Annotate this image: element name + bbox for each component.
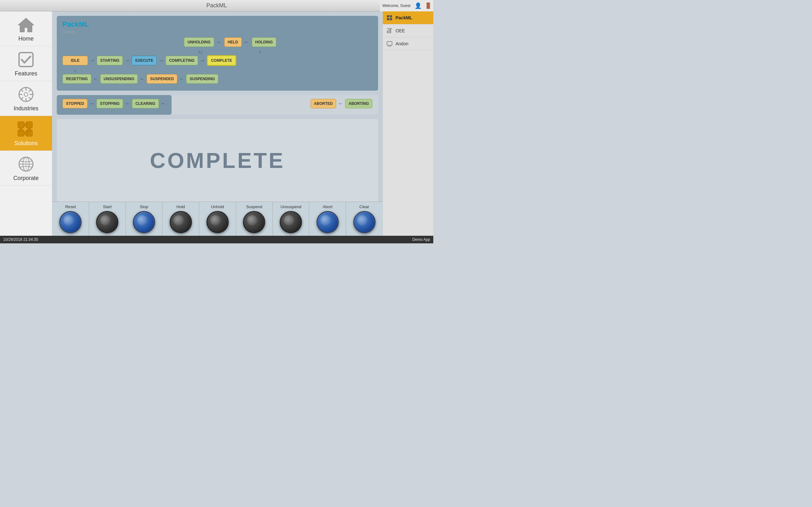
- lower-right-bg: ABORTED ← ABORTING: [171, 95, 378, 115]
- state-idle[interactable]: IDLE: [62, 56, 88, 65]
- v-arrows-2: ↑: [62, 68, 372, 73]
- state-unsuspending[interactable]: UNSUSPENDING: [100, 74, 138, 83]
- body-area: Home Features: [0, 11, 433, 236]
- svg-line-8: [21, 89, 23, 92]
- btn-label-unhold: Unhold: [211, 205, 224, 209]
- status-bar: 10/29/2018 21:34:35 Demo App: [0, 236, 433, 243]
- arrow-r-2: →: [125, 58, 130, 63]
- arrow-l-4-3: ←: [161, 101, 166, 106]
- buttons-row: Reset Start Stop Hold: [52, 202, 383, 236]
- unhold-button[interactable]: [206, 211, 229, 233]
- center-panel: PackML by OMAC UNHOLDING ← HELD ← HOLDIN…: [52, 11, 383, 236]
- industries-icon: [16, 85, 36, 104]
- complete-status-text: COMPLETE: [150, 148, 285, 173]
- sidebar-label-features: Features: [14, 70, 37, 77]
- v-arrows-1: ↑↓ ↑: [88, 49, 372, 55]
- stop-button[interactable]: [133, 211, 155, 233]
- corporate-icon: [16, 155, 36, 174]
- suspend-button[interactable]: [243, 211, 265, 233]
- state-stopping[interactable]: STOPPING: [96, 99, 123, 108]
- btn-label-start: Start: [103, 205, 111, 209]
- right-nav: PackML OEE: [383, 11, 433, 236]
- sidebar-label-industries: Industries: [14, 105, 38, 112]
- btn-label-clear: Clear: [359, 205, 369, 209]
- status-app: Demo App: [412, 237, 430, 242]
- sidebar-label-home: Home: [18, 36, 34, 42]
- state-suspending[interactable]: SUSPENDING: [186, 74, 218, 83]
- logout-icon[interactable]: 🚪: [424, 1, 433, 10]
- btn-label-stop: Stop: [140, 205, 148, 209]
- sidebar-item-solutions[interactable]: Solutions: [0, 116, 52, 151]
- svg-rect-25: [390, 15, 392, 17]
- rnav-item-andon[interactable]: Andon: [383, 38, 433, 50]
- state-aborted[interactable]: ABORTED: [310, 99, 336, 108]
- unsuspend-button[interactable]: [280, 211, 302, 233]
- abort-button[interactable]: [316, 211, 339, 233]
- state-resetting[interactable]: RESETTING: [62, 74, 91, 83]
- sidebar-label-corporate: Corporate: [13, 175, 39, 181]
- btn-group-clear: Clear: [346, 202, 383, 236]
- state-complete[interactable]: COMPLETE: [207, 55, 236, 66]
- rnav-item-packml[interactable]: PackML: [383, 11, 433, 24]
- solutions-icon: [16, 120, 36, 139]
- svg-line-10: [29, 89, 31, 92]
- rnav-label-oee: OEE: [396, 28, 405, 33]
- arrow-r-1: →: [90, 58, 95, 63]
- svg-point-17: [19, 128, 22, 131]
- arrow-left-1: ←: [217, 40, 222, 45]
- user-icon[interactable]: 👤: [414, 1, 422, 10]
- btn-group-hold: Hold: [162, 202, 199, 236]
- btn-label-abort: Abort: [322, 205, 333, 209]
- svg-rect-24: [387, 15, 389, 17]
- sidebar-item-home[interactable]: Home: [0, 11, 52, 46]
- btn-label-reset: Reset: [65, 205, 76, 209]
- rnav-item-oee[interactable]: OEE: [383, 24, 433, 38]
- svg-rect-31: [387, 28, 392, 29]
- btn-group-start: Start: [89, 202, 126, 236]
- sidebar-item-industries[interactable]: Industries: [0, 81, 52, 116]
- state-unholding[interactable]: UNHOLDING: [184, 38, 214, 47]
- state-completing[interactable]: COMPLETING: [165, 56, 198, 65]
- hold-button[interactable]: [170, 211, 192, 233]
- diagram-row-4: STOPPED ← STOPPING ← CLEARING ←: [62, 99, 166, 108]
- top-right-user: Welcome, Guest 👤 🚪: [380, 0, 433, 11]
- arrow-r-4: →: [200, 58, 205, 63]
- start-button[interactable]: [96, 211, 118, 233]
- logo-sub: by OMAC: [62, 31, 75, 34]
- btn-group-unsuspend: Unsuspend: [273, 202, 310, 236]
- sidebar-item-corporate[interactable]: Corporate: [0, 151, 52, 186]
- btn-group-stop: Stop: [126, 202, 163, 236]
- svg-point-16: [24, 123, 28, 126]
- svg-rect-29: [389, 29, 390, 33]
- state-starting[interactable]: STARTING: [97, 56, 123, 65]
- clear-button[interactable]: [353, 211, 375, 233]
- svg-point-19: [24, 131, 28, 135]
- btn-label-suspend: Suspend: [246, 205, 262, 209]
- sidebar-label-solutions: Solutions: [14, 140, 38, 147]
- top-bar: PackML Welcome, Guest 👤 🚪: [0, 0, 433, 11]
- svg-point-18: [28, 128, 31, 131]
- state-stopped[interactable]: STOPPED: [62, 99, 88, 108]
- top-bar-title: PackML: [206, 2, 227, 9]
- state-suspended[interactable]: SUSPENDED: [147, 74, 177, 83]
- logo-text: PackML: [62, 20, 89, 28]
- rnav-label-packml: PackML: [396, 15, 412, 20]
- rnav-label-andon: Andon: [396, 41, 408, 46]
- state-clearing[interactable]: CLEARING: [132, 99, 159, 108]
- btn-label-hold: Hold: [176, 205, 185, 209]
- sidebar: Home Features: [0, 11, 52, 236]
- state-aborting[interactable]: ABORTING: [345, 99, 372, 108]
- home-icon: [16, 15, 36, 34]
- arrow-l-4-1: ←: [90, 101, 95, 106]
- rnav-andon-icon: [386, 40, 393, 47]
- arrow-l-4-2: ←: [125, 101, 130, 106]
- svg-marker-0: [18, 18, 34, 32]
- reset-button[interactable]: [59, 211, 82, 233]
- welcome-text: Welcome, Guest: [380, 3, 413, 8]
- btn-group-reset: Reset: [52, 202, 89, 236]
- sidebar-item-features[interactable]: Features: [0, 46, 52, 81]
- state-execute[interactable]: EXECUTE: [132, 56, 157, 65]
- diagram-row-1: UNHOLDING ← HELD ← HOLDING: [88, 38, 372, 47]
- state-holding[interactable]: HOLDING: [252, 38, 276, 47]
- state-held[interactable]: HELD: [224, 38, 242, 47]
